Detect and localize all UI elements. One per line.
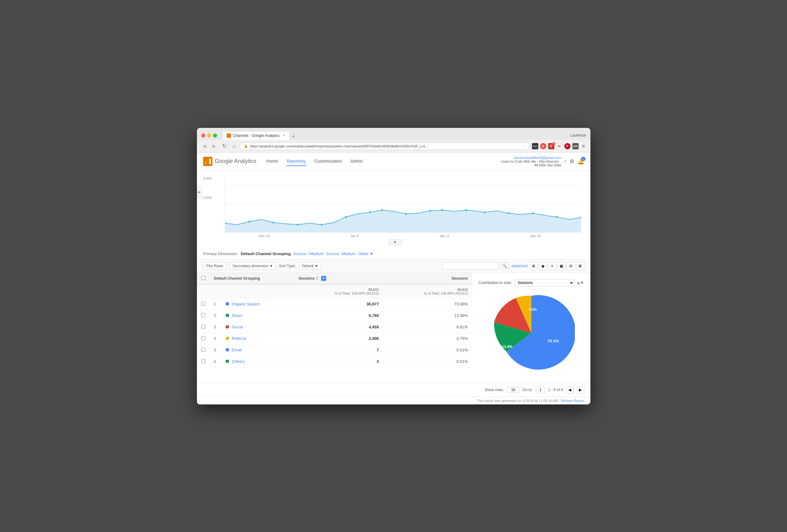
tab-favicon <box>227 133 231 138</box>
notifications-area[interactable]: 🔔 1 <box>577 158 584 165</box>
svg-point-15 <box>405 213 407 215</box>
report-footer: This report was generated on 1/26/16 at … <box>197 397 590 404</box>
nav-reporting[interactable]: Reporting <box>286 157 306 166</box>
nav-home[interactable]: Home <box>266 157 279 166</box>
plot-rows-button[interactable]: Plot Rows <box>203 262 227 270</box>
sort-type-label: Sort Type: <box>279 264 296 268</box>
source-medium-link[interactable]: Source / Medium <box>293 251 324 256</box>
new-tab-button[interactable]: + <box>290 133 297 140</box>
search-input[interactable] <box>443 262 498 270</box>
channel-link[interactable]: Organic Search <box>232 302 260 306</box>
line-chart-container <box>225 177 581 232</box>
row-num-3: 4. <box>210 333 221 344</box>
ext-icon-3[interactable]: G3 <box>548 143 554 149</box>
svg-rect-1 <box>207 160 209 164</box>
secondary-dimension-dropdown[interactable]: Secondary dimension ▼ <box>230 262 276 270</box>
row-sessions-0: 36,977 <box>294 298 383 310</box>
data-section: Default Channel Grouping Sessions ▲ ▼ ▼ <box>197 273 590 383</box>
browser-user-label: Laurence <box>570 133 586 137</box>
row-checkbox[interactable] <box>201 359 205 363</box>
sidebar-toggle[interactable]: ▶ <box>197 186 202 198</box>
view-list-icon[interactable]: ≡ <box>548 262 556 270</box>
row-checkbox[interactable] <box>201 348 205 352</box>
active-tab[interactable]: Channels - Google Analytics ✕ <box>222 131 290 140</box>
row-pct-4: 0.01% <box>383 344 472 356</box>
main-content: ▶ 3,000 1,500 <box>197 171 590 404</box>
maximize-button[interactable] <box>213 133 217 137</box>
sort-type-dropdown[interactable]: Default ▼ <box>299 262 321 270</box>
primary-dimension-bar: Primary Dimension: Default Channel Group… <box>197 248 590 260</box>
x-label-jan19: Jan 19 <box>530 234 541 238</box>
medium-link[interactable]: Medium <box>341 251 356 256</box>
layers-ext-icon[interactable]: ≡≡ <box>532 143 538 149</box>
row-pct-3: 4.75% <box>383 333 472 344</box>
other-link[interactable]: Other ▼ <box>358 251 374 256</box>
x-label-dec29: Dec 29 <box>259 234 270 238</box>
ga-header: Google Analytics Home Reporting Customiz… <box>197 153 590 171</box>
ext-icon-2[interactable]: G <box>540 143 546 149</box>
go-to-label: Go to: <box>523 388 533 392</box>
chart-area: 3,000 1,500 <box>197 171 590 248</box>
bookmark-icon[interactable]: ☆ <box>522 144 526 148</box>
row-checkbox[interactable] <box>201 336 205 340</box>
contribution-select[interactable]: Sessions <box>514 279 574 287</box>
source-link[interactable]: Source <box>326 251 339 256</box>
close-button[interactable] <box>201 133 205 137</box>
search-button[interactable]: 🔍 <box>500 263 509 269</box>
channel-link[interactable]: Direct <box>232 313 242 318</box>
channel-dot <box>226 360 229 363</box>
back-button[interactable]: ◀ <box>200 142 208 150</box>
prev-page-button[interactable]: ◀ <box>566 386 574 394</box>
view-icons: ⊞ ◉ ≡ ▦ ⊟ ⊠ <box>530 262 584 270</box>
sessions-header[interactable]: Sessions ▲ ▼ ▼ <box>294 273 383 284</box>
svg-text:13.4%: 13.4% <box>502 345 512 349</box>
ext-icon-pinterest[interactable]: P <box>564 143 571 149</box>
refresh-report-link[interactable]: Refresh Report <box>561 399 584 403</box>
page-input[interactable] <box>536 387 545 393</box>
advanced-link[interactable]: advanced <box>511 264 527 268</box>
channel-link[interactable]: Referral <box>232 336 246 341</box>
forward-button[interactable]: ▶ <box>211 142 218 150</box>
row-checkbox[interactable] <box>201 313 205 317</box>
home-button[interactable]: ⌂ <box>231 143 238 150</box>
view-table-icon[interactable]: ⊟ <box>567 262 575 270</box>
next-page-button[interactable]: ▶ <box>577 386 584 394</box>
menu-icon[interactable]: ≡ <box>580 143 587 149</box>
row-checkbox[interactable] <box>201 302 205 306</box>
row-pct-0: 73.06% <box>383 298 472 310</box>
row-checkbox[interactable] <box>201 325 205 329</box>
search-box: 🔍 advanced ⊞ ◉ ≡ ▦ ⊟ ⊠ <box>443 262 584 270</box>
tab-close-icon[interactable]: ✕ <box>283 134 285 137</box>
sessions-sort-down[interactable]: ▼ <box>321 276 326 281</box>
contribution-label: Contribution to total: <box>478 281 512 285</box>
total-row: 50,612 % of Total: 100.00% (50,612) 50,6… <box>197 284 472 298</box>
channel-link[interactable]: Email <box>232 348 242 352</box>
channel-link[interactable]: (Other) <box>232 359 244 364</box>
address-bar[interactable]: 🔒 https://analytics.google.com/analytics… <box>240 142 529 150</box>
svg-rect-2 <box>209 159 211 164</box>
row-checkbox-4 <box>197 344 210 356</box>
total-label <box>197 284 294 298</box>
row-channel-1: Direct <box>221 310 294 321</box>
chart-expand-button[interactable]: ▼ <box>388 239 402 245</box>
svg-point-19 <box>484 212 485 213</box>
rows-input[interactable] <box>507 387 519 393</box>
dropdown-arrow[interactable]: ▾ <box>564 159 566 163</box>
nav-admin[interactable]: Admin <box>350 157 363 166</box>
view-bar-icon[interactable]: ▦ <box>557 262 566 270</box>
channel-link[interactable]: Social <box>232 325 242 329</box>
refresh-button[interactable]: ↻ <box>220 142 228 150</box>
table-row: 1. Organic Search 36,977 73.06% <box>197 298 472 310</box>
ext-icon-gmail[interactable]: M <box>556 143 562 149</box>
svg-point-8 <box>248 221 250 223</box>
minimize-button[interactable] <box>207 133 211 137</box>
settings-icon[interactable]: ⚙ <box>569 158 574 165</box>
svg-point-12 <box>345 216 347 218</box>
y-axis-labels: 3,000 1,500 <box>203 177 212 215</box>
select-all-checkbox[interactable] <box>201 276 205 280</box>
view-grid-icon[interactable]: ⊞ <box>530 262 538 270</box>
ext-icon-100[interactable]: 100 <box>572 143 579 149</box>
view-pivot-icon[interactable]: ⊠ <box>576 262 584 270</box>
view-pie-icon[interactable]: ◉ <box>539 262 547 270</box>
nav-customization[interactable]: Customization <box>314 157 343 166</box>
